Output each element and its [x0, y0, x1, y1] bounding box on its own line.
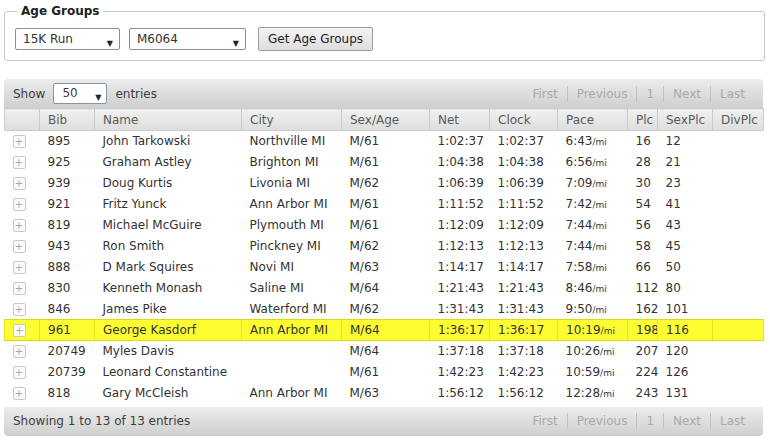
expand-row-icon[interactable]: + [13, 240, 26, 253]
cell-pace: 7:09/mi [558, 173, 628, 194]
cell-pace: 7:42/mi [558, 194, 628, 215]
cell-divplc [713, 194, 764, 215]
pace-value: 12:28 [566, 386, 601, 400]
pagination-bottom: FirstPrevious1NextLast [523, 413, 754, 429]
pace-value: 7:44 [566, 239, 593, 253]
column-header-sexplc[interactable]: SexPlc [658, 109, 713, 131]
column-header-plc[interactable]: Plc [628, 109, 658, 131]
expand-row-icon[interactable]: + [13, 387, 26, 400]
dropdown-arrow-icon: ▼ [95, 88, 101, 107]
pagination-last[interactable]: Last [710, 86, 754, 102]
cell-clock: 1:37:18 [490, 341, 558, 362]
cell-sex-age: M/61 [342, 131, 430, 152]
column-header-clock[interactable]: Clock [490, 109, 558, 131]
table-row: +961George KasdorfAnn Arbor MIM/641:36:1… [5, 320, 764, 341]
race-select[interactable]: 15K Run ▼ [15, 28, 120, 50]
expand-row-icon[interactable]: + [13, 261, 26, 274]
cell-divplc [713, 362, 764, 383]
pace-value: 7:58 [566, 260, 593, 274]
expand-row-icon[interactable]: + [13, 198, 26, 211]
pagination-previous[interactable]: Previous [567, 413, 637, 429]
expand-row-icon[interactable]: + [13, 282, 26, 295]
cell-sexplc: 116 [658, 320, 713, 341]
pace-value: 6:43 [566, 134, 593, 148]
column-header-city[interactable]: City [242, 109, 342, 131]
cell-clock: 1:36:17 [490, 320, 558, 341]
cell-clock: 1:31:43 [490, 299, 558, 320]
pagination-1[interactable]: 1 [636, 413, 663, 429]
column-header-bib[interactable]: Bib [40, 109, 95, 131]
pagination-next[interactable]: Next [663, 413, 710, 429]
cell-net: 1:37:18 [430, 341, 490, 362]
cell-clock: 1:06:39 [490, 173, 558, 194]
pace-unit: /mi [592, 221, 606, 231]
table-toolbar-top: Show 50 ▼ entries FirstPrevious1NextLast [4, 79, 763, 108]
expand-row-icon[interactable]: + [13, 219, 26, 232]
cell-net: 1:02:37 [430, 131, 490, 152]
get-age-groups-button[interactable]: Get Age Groups [258, 27, 373, 51]
cell-plc: 54 [628, 194, 658, 215]
page-length-select[interactable]: 50 ▼ [53, 83, 107, 104]
cell-pace: 8:46/mi [558, 278, 628, 299]
pace-unit: /mi [592, 284, 606, 294]
cell-bib: 819 [40, 215, 95, 236]
cell-clock: 1:12:13 [490, 236, 558, 257]
cell-expand: + [5, 362, 40, 383]
age-groups-fieldset: Age Groups 15K Run ▼ M6064 ▼ Get Age Gro… [4, 4, 765, 61]
pagination-1[interactable]: 1 [636, 86, 663, 102]
cell-bib: 921 [40, 194, 95, 215]
cell-pace: 9:50/mi [558, 299, 628, 320]
cell-expand: + [5, 341, 40, 362]
expand-row-icon[interactable]: + [13, 135, 26, 148]
cell-expand: + [5, 194, 40, 215]
cell-bib: 925 [40, 152, 95, 173]
pagination-last[interactable]: Last [710, 413, 754, 429]
table-row: +921Fritz YunckAnn Arbor MIM/611:11:521:… [5, 194, 764, 215]
expand-row-icon[interactable]: + [13, 303, 26, 316]
pace-unit: /mi [592, 305, 606, 315]
cell-clock: 1:11:52 [490, 194, 558, 215]
pace-value: 8:46 [566, 281, 593, 295]
expand-row-icon[interactable]: + [13, 345, 26, 358]
expand-row-icon[interactable]: + [13, 366, 26, 379]
entries-label: entries [115, 87, 157, 101]
cell-bib: 939 [40, 173, 95, 194]
cell-plc: 243 [628, 383, 658, 404]
cell-pace: 6:56/mi [558, 152, 628, 173]
table-row: +925Graham AstleyBrighton MIM/611:04:381… [5, 152, 764, 173]
cell-expand: + [5, 131, 40, 152]
expand-row-icon[interactable]: + [13, 177, 26, 190]
pagination-previous[interactable]: Previous [567, 86, 637, 102]
cell-plc: 16 [628, 131, 658, 152]
cell-city [242, 341, 342, 362]
cell-expand: + [5, 152, 40, 173]
pace-value: 10:59 [566, 365, 601, 379]
page-length-control: Show 50 ▼ entries [13, 83, 157, 104]
cell-clock: 1:04:38 [490, 152, 558, 173]
cell-pace: 6:43/mi [558, 131, 628, 152]
expand-row-icon[interactable]: + [13, 324, 26, 337]
cell-city: Livonia MI [242, 173, 342, 194]
expand-row-icon[interactable]: + [13, 156, 26, 169]
pagination-first[interactable]: First [523, 86, 566, 102]
pagination-first[interactable]: First [523, 413, 566, 429]
cell-name: Kenneth Monash [95, 278, 242, 299]
table-toolbar-bottom: Showing 1 to 13 of 13 entries FirstPrevi… [4, 407, 763, 436]
column-header-sex-age[interactable]: Sex/Age [342, 109, 430, 131]
cell-sexplc: 43 [658, 215, 713, 236]
cell-name: Graham Astley [95, 152, 242, 173]
pace-unit: /mi [600, 347, 614, 357]
cell-sex-age: M/62 [342, 299, 430, 320]
column-header-pace[interactable]: Pace [558, 109, 628, 131]
column-header-divplc[interactable]: DivPlc [713, 109, 764, 131]
results-table: BibNameCitySex/AgeNetClockPacePlcSexPlcD… [4, 108, 764, 404]
column-header-net[interactable]: Net [430, 109, 490, 131]
column-header-name[interactable]: Name [95, 109, 242, 131]
cell-divplc [713, 215, 764, 236]
cell-net: 1:11:52 [430, 194, 490, 215]
cell-city: Waterford MI [242, 299, 342, 320]
division-select[interactable]: M6064 ▼ [129, 28, 246, 50]
column-header-expand[interactable] [5, 109, 40, 131]
pagination-next[interactable]: Next [663, 86, 710, 102]
cell-pace: 10:19/mi [558, 320, 628, 341]
